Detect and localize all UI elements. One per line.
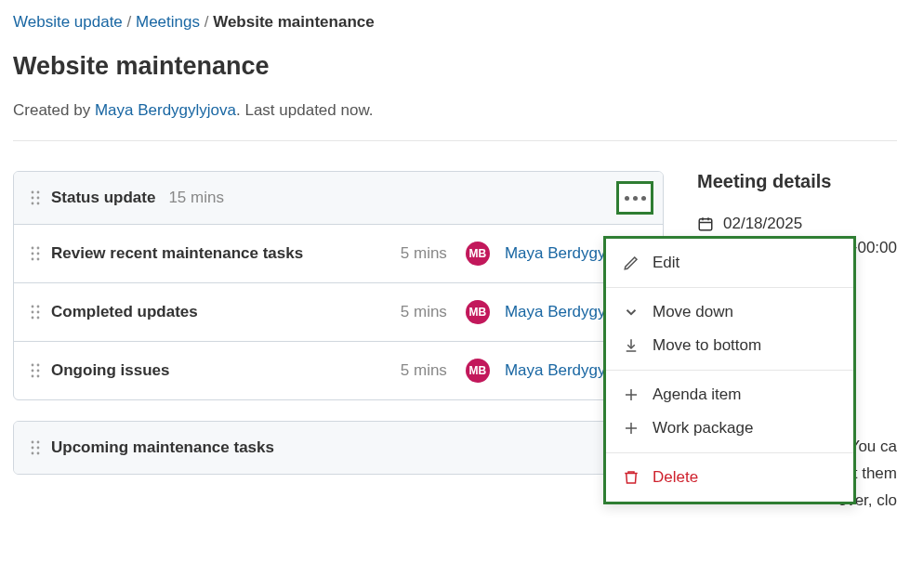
svg-point-24 [32,441,34,444]
drag-handle-icon[interactable] [31,305,42,320]
section-more-button[interactable] [616,181,653,215]
menu-agenda-item[interactable]: Agenda item [606,378,853,412]
page-meta: Created by Maya Berdygylyjova. Last upda… [13,101,897,141]
menu-label: Delete [653,468,698,487]
svg-point-26 [32,447,34,450]
context-menu: Edit Move down Move to bottom [603,236,856,504]
section-title: Upcoming maintenance tasks [51,438,274,457]
svg-rect-35 [699,219,712,230]
agenda-item[interactable]: Completed updates 5 mins MB Maya Berdygy… [14,282,663,341]
svg-point-18 [32,364,34,367]
svg-point-28 [32,452,34,455]
agenda-item-duration: 5 mins [401,303,447,321]
menu-move-bottom[interactable]: Move to bottom [606,329,853,362]
breadcrumb: Website update / Meetings / Website main… [13,13,897,32]
menu-edit[interactable]: Edit [606,246,853,280]
svg-point-19 [37,364,40,367]
svg-point-7 [37,247,40,250]
agenda-item-title: Ongoing issues [51,361,170,380]
avatar: MB [466,359,490,383]
breadcrumb-section[interactable]: Meetings [136,13,200,31]
breadcrumb-sep: / [200,13,213,31]
svg-point-25 [37,441,40,444]
svg-point-27 [37,447,40,450]
agenda-item[interactable]: Ongoing issues 5 mins MB Maya Berdygylyj… [14,341,663,399]
svg-point-14 [32,311,34,314]
plus-icon [623,420,640,437]
agenda-section-card: Upcoming maintenance tasks [13,421,664,475]
trash-icon [623,469,640,486]
menu-label: Work package [653,419,753,438]
agenda-section-header[interactable]: Upcoming maintenance tasks [14,422,663,474]
svg-point-17 [37,317,40,320]
menu-label: Agenda item [653,385,741,404]
agenda-item[interactable]: Review recent maintenance tasks 5 mins M… [14,224,663,282]
drag-handle-icon[interactable] [31,363,42,378]
chevron-down-icon [623,304,640,320]
details-heading: Meeting details [697,171,897,192]
menu-label: Move to bottom [653,336,761,355]
agenda-item-duration: 5 mins [401,244,447,263]
menu-delete[interactable]: Delete [606,461,853,494]
breadcrumb-sep: / [123,13,136,31]
svg-point-4 [32,203,34,205]
svg-point-22 [32,375,34,378]
menu-work-package[interactable]: Work package [606,412,853,445]
svg-point-20 [32,370,34,372]
detail-date-row: 02/18/2025 [697,215,897,233]
svg-point-0 [32,191,34,194]
svg-point-12 [32,306,34,308]
download-to-line-icon [623,337,640,354]
agenda-item-title: Review recent maintenance tasks [51,244,303,263]
agenda-column: Status update 15 mins Review recent main… [13,171,664,515]
section-title: Status update [51,189,155,207]
menu-label: Move down [653,303,733,321]
created-prefix: Created by [13,101,95,119]
page-title: Website maintenance [13,52,897,81]
avatar: MB [466,242,490,266]
breadcrumb-project[interactable]: Website update [13,13,123,31]
avatar: MB [466,300,490,324]
svg-point-23 [37,375,40,378]
svg-point-21 [37,370,40,372]
svg-point-1 [37,191,40,194]
svg-point-29 [37,452,40,455]
plus-icon [623,386,640,403]
svg-point-10 [32,258,34,261]
menu-label: Edit [653,254,679,272]
svg-point-8 [32,253,34,255]
creator-link[interactable]: Maya Berdygylyjova [95,101,236,119]
detail-date: 02/18/2025 [723,215,802,233]
breadcrumb-current: Website maintenance [213,13,375,31]
svg-point-13 [37,306,40,308]
section-duration: 15 mins [168,189,224,207]
agenda-section-card: Status update 15 mins Review recent main… [13,171,664,400]
calendar-icon [697,216,714,232]
agenda-item-title: Completed updates [51,303,198,321]
agenda-section-header[interactable]: Status update 15 mins [14,172,663,224]
svg-point-9 [37,253,40,255]
menu-move-down[interactable]: Move down [606,295,853,329]
updated-suffix: . Last updated now. [236,101,373,119]
svg-point-15 [37,311,40,314]
pencil-icon [623,255,640,271]
drag-handle-icon[interactable] [31,246,42,261]
svg-point-16 [32,317,34,320]
svg-point-2 [32,197,34,200]
svg-point-11 [37,258,40,261]
drag-handle-icon[interactable] [31,440,42,455]
svg-point-3 [37,197,40,200]
svg-point-5 [37,203,40,205]
svg-point-6 [32,247,34,250]
agenda-item-duration: 5 mins [401,361,447,380]
drag-handle-icon[interactable] [31,190,42,205]
